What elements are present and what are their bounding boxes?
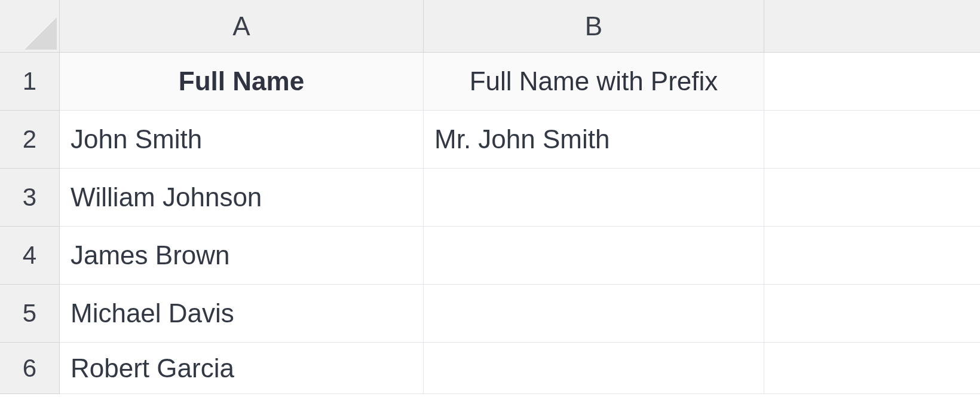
- cell-B6[interactable]: [424, 343, 764, 394]
- cell-B1[interactable]: Full Name with Prefix: [424, 53, 764, 111]
- row-header-5[interactable]: 5: [0, 285, 60, 343]
- cell-A2[interactable]: John Smith: [60, 111, 424, 169]
- remaining-space: [0, 394, 980, 415]
- cell-B2[interactable]: Mr. John Smith: [424, 111, 764, 169]
- cell-A5[interactable]: Michael Davis: [60, 285, 424, 343]
- column-header-A[interactable]: A: [60, 0, 424, 53]
- select-all-corner[interactable]: [0, 0, 60, 53]
- row-header-1[interactable]: 1: [0, 53, 60, 111]
- column-header-B[interactable]: B: [424, 0, 764, 53]
- cell-B5[interactable]: [424, 285, 764, 343]
- spreadsheet-grid: A B 1 Full Name Full Name with Prefix 2 …: [0, 0, 980, 415]
- cell-C1[interactable]: [764, 53, 980, 111]
- row-header-3[interactable]: 3: [0, 169, 60, 227]
- cell-B3[interactable]: [424, 169, 764, 227]
- cell-C6[interactable]: [764, 343, 980, 394]
- cell-C4[interactable]: [764, 227, 980, 285]
- column-header-extra[interactable]: [764, 0, 980, 53]
- cell-A4[interactable]: James Brown: [60, 227, 424, 285]
- row-header-6[interactable]: 6: [0, 343, 60, 394]
- cell-C2[interactable]: [764, 111, 980, 169]
- cell-A1[interactable]: Full Name: [60, 53, 424, 111]
- cell-C5[interactable]: [764, 285, 980, 343]
- svg-marker-0: [24, 17, 57, 50]
- cell-A6[interactable]: Robert Garcia: [60, 343, 424, 394]
- cell-B4[interactable]: [424, 227, 764, 285]
- row-header-4[interactable]: 4: [0, 227, 60, 285]
- row-header-2[interactable]: 2: [0, 111, 60, 169]
- cell-C3[interactable]: [764, 169, 980, 227]
- cell-A3[interactable]: William Johnson: [60, 169, 424, 227]
- select-all-triangle-icon: [24, 17, 57, 50]
